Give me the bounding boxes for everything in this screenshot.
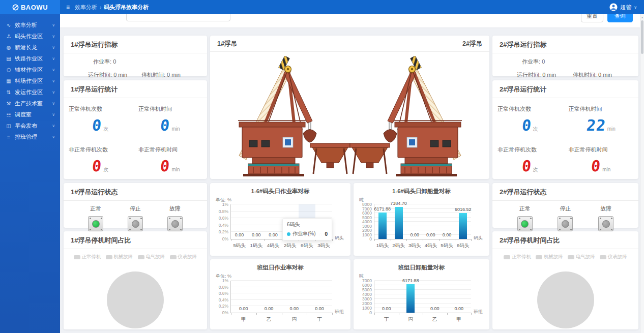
scrollbar-thumb[interactable]	[641, 20, 643, 54]
query-button[interactable]: 查询	[607, 14, 633, 22]
bar-value-label: 6171.88	[368, 206, 397, 211]
y-tick-label: 1%	[222, 202, 228, 206]
sidebar-item-1[interactable]: ∿效率分析∨	[0, 19, 60, 31]
x-tick-mark	[231, 313, 231, 315]
gridline	[374, 289, 471, 290]
run-time: 运行时间: 0 min	[517, 71, 556, 79]
sidebar-item-7[interactable]: ⇅发运作业区∨	[0, 86, 60, 98]
main-content: 重置 查询 1#浮吊运行指标 作业率: 0 运行时间: 0 min 停机时间: …	[60, 14, 640, 333]
breadcrumb-separator: ›	[100, 5, 101, 10]
status-item: 故障	[167, 205, 183, 231]
x-tick-mark	[332, 313, 333, 315]
berth-unload-chart-panel: 1-6#码头日卸船量对标吨010002000300040005000600070…	[354, 183, 489, 256]
digital-value: 0	[521, 118, 532, 133]
stat-unit: 次	[533, 167, 538, 172]
stat-value: 0次	[497, 118, 563, 133]
status-item: 正常	[517, 205, 533, 231]
y-tick-label: 5000	[362, 288, 372, 292]
crane1-status-panel: 1#浮吊运行状态 正常停止故障	[64, 183, 207, 228]
bar[interactable]	[459, 213, 467, 239]
legend-item[interactable]: 正常停机	[504, 254, 531, 260]
x-tick-mark	[423, 313, 423, 315]
y-tick-label: 4000	[362, 220, 372, 224]
stat-unit: min	[171, 126, 180, 132]
work-rate: 作业率: 0	[64, 53, 207, 66]
x-tick-mark	[265, 239, 265, 241]
sidebar-item-label: 发运作业区	[15, 88, 43, 96]
sidebar-item-5[interactable]: ⬡辅材作业区∨	[0, 64, 60, 75]
vertical-scrollbar[interactable]: ▲	[640, 14, 644, 333]
panel-title: 2#浮吊运行状态	[492, 183, 638, 200]
legend-swatch	[504, 255, 510, 259]
legend-swatch	[536, 255, 542, 259]
avatar	[609, 3, 618, 11]
gridline	[374, 298, 471, 299]
sidebar-item-label: 调度室	[15, 111, 32, 118]
x-tick-mark	[282, 313, 282, 315]
legend-item[interactable]: 机械故障	[536, 254, 563, 260]
series-dot	[287, 232, 290, 236]
y-tick-label: 2000	[362, 301, 372, 306]
sidebar-item-2[interactable]: ⚓码头作业区∨	[0, 31, 60, 42]
y-tick-label: 1%	[222, 279, 228, 283]
reset-button[interactable]: 重置	[581, 14, 603, 22]
legend-item[interactable]: 仪表故障	[600, 254, 627, 260]
x-tick-mark	[423, 239, 423, 241]
sidebar-item-9[interactable]: ☷调度室∨	[0, 109, 60, 120]
work-rate-value: 0	[113, 58, 116, 65]
indicator-light	[167, 216, 183, 231]
legend-item[interactable]: 机械故障	[106, 254, 133, 260]
stat-label: 正常停机次数	[69, 105, 132, 113]
y-tick-label: 0.8%	[219, 209, 228, 214]
stop-time-value: 0 min	[598, 72, 612, 78]
x-tick-mark	[332, 239, 333, 241]
sidebar-item-6[interactable]: ▦料场作业区∨	[0, 75, 60, 86]
run-time-value: 0 min	[113, 72, 127, 78]
sidebar-item-4[interactable]: ▤铁路作业区∨	[0, 53, 60, 64]
sidebar-item-10[interactable]: ◫早会发布∨	[0, 120, 60, 131]
x-axis-name: 班组	[474, 309, 483, 315]
x-tick-mark	[439, 239, 440, 241]
legend-swatch	[138, 255, 144, 259]
legend-item[interactable]: 电气故障	[138, 254, 165, 260]
run-time-value: 0 min	[542, 72, 556, 78]
indicator-light	[128, 216, 143, 231]
run-time: 运行时间: 0 min	[88, 71, 127, 79]
menu-icon: ⇅	[5, 89, 12, 95]
legend-item[interactable]: 正常停机	[74, 254, 101, 260]
x-tick-mark	[374, 313, 375, 315]
gridline	[374, 217, 471, 218]
bar[interactable]	[378, 213, 387, 239]
stat-value: 0min	[138, 159, 202, 174]
stop-time: 停机时间: 0 min	[573, 71, 612, 79]
digital-value: 0	[160, 159, 171, 174]
sidebar-item-label: 料场作业区	[15, 77, 43, 85]
chevron-down-icon: ∨	[52, 90, 55, 95]
filter-select[interactable]	[126, 14, 230, 21]
breadcrumb-root[interactable]: 效率分析	[75, 4, 97, 11]
sidebar-item-3[interactable]: ◍新港长龙∨	[0, 42, 60, 53]
legend-item[interactable]: 电气故障	[568, 254, 595, 260]
sidebar-item-8[interactable]: ⚒生产技术室∨	[0, 98, 60, 109]
x-tick-mark	[455, 239, 455, 241]
menu-icon: ⬡	[5, 67, 12, 73]
chart-plot: 吨010002000300040005000600070000.00丁6171.…	[374, 281, 471, 313]
legend-item[interactable]: 仪表故障	[170, 254, 197, 260]
scroll-up-icon[interactable]: ▲	[640, 14, 644, 19]
x-category-label: 3码头	[309, 243, 338, 249]
stat-label: 非正常停机次数	[497, 146, 563, 154]
screws-decoration	[518, 217, 532, 231]
gridline	[231, 280, 332, 281]
sidebar-item-11[interactable]: ≡排班管理∨	[0, 131, 60, 142]
indicator-light	[88, 216, 103, 231]
x-axis-name: 码头	[474, 235, 483, 241]
stat-item: 正常停机次数0次	[66, 100, 135, 141]
screws-decoration	[128, 217, 142, 231]
tooltip-series-label: 作业率(%)	[292, 230, 316, 237]
sidebar-item-label: 新港长龙	[15, 44, 37, 51]
sidebar-collapse-icon[interactable]: ≡	[66, 4, 70, 11]
y-tick-label: 1000	[362, 233, 372, 237]
stat-value: 0min	[569, 159, 634, 174]
user-menu[interactable]: 超管 ∨	[609, 3, 644, 11]
bar[interactable]	[406, 284, 415, 313]
